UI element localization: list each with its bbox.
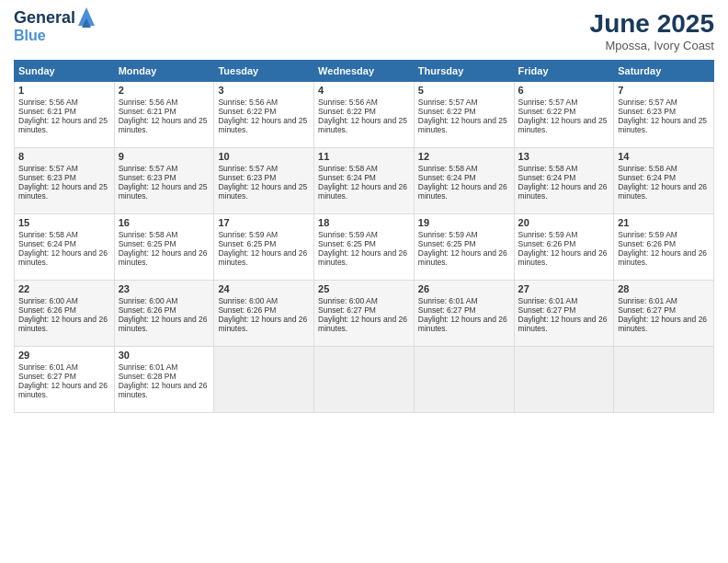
daylight-label: Daylight: 12 hours and 25 minutes. (119, 116, 208, 134)
col-friday: Friday (514, 61, 614, 82)
day-number: 6 (518, 85, 610, 96)
sunrise-text: Sunrise: 5:57 AM (618, 98, 677, 107)
table-row: 26Sunrise: 6:01 AMSunset: 6:27 PMDayligh… (414, 281, 514, 347)
sunrise-text: Sunrise: 5:56 AM (119, 98, 178, 107)
col-saturday: Saturday (614, 61, 714, 82)
daylight-label: Daylight: 12 hours and 26 minutes. (318, 182, 407, 201)
table-row: 24Sunrise: 6:00 AMSunset: 6:26 PMDayligh… (214, 281, 314, 347)
daylight-label: Daylight: 12 hours and 25 minutes. (18, 182, 108, 201)
sunset-text: Sunset: 6:25 PM (119, 239, 176, 248)
calendar-table: Sunday Monday Tuesday Wednesday Thursday… (14, 60, 714, 413)
month-title: June 2025 (590, 9, 714, 39)
col-monday: Monday (114, 61, 214, 82)
daylight-label: Daylight: 12 hours and 26 minutes. (18, 381, 108, 399)
table-row: 1Sunrise: 5:56 AMSunset: 6:21 PMDaylight… (15, 82, 115, 148)
daylight-label: Daylight: 12 hours and 25 minutes. (418, 116, 507, 134)
sunset-text: Sunset: 6:23 PM (618, 107, 676, 116)
daylight-label: Daylight: 12 hours and 26 minutes. (518, 248, 608, 267)
sunset-text: Sunset: 6:22 PM (318, 107, 376, 116)
day-number: 26 (418, 283, 510, 294)
sunset-text: Sunset: 6:23 PM (18, 173, 76, 182)
day-number: 19 (418, 217, 510, 228)
sunrise-text: Sunrise: 5:58 AM (518, 164, 578, 173)
day-number: 10 (218, 151, 310, 162)
daylight-label: Daylight: 12 hours and 26 minutes. (518, 315, 608, 333)
table-row (314, 347, 415, 413)
title-area: June 2025 Mpossa, Ivory Coast (590, 9, 714, 52)
daylight-label: Daylight: 12 hours and 25 minutes. (119, 182, 208, 201)
table-row: 14Sunrise: 5:58 AMSunset: 6:24 PMDayligh… (614, 148, 714, 214)
sunrise-text: Sunrise: 5:57 AM (119, 164, 178, 173)
logo-icon (78, 7, 95, 28)
sunrise-text: Sunrise: 5:57 AM (518, 98, 578, 107)
sunrise-text: Sunrise: 5:59 AM (518, 230, 578, 239)
table-row: 27Sunrise: 6:01 AMSunset: 6:27 PMDayligh… (514, 281, 614, 347)
table-row: 15Sunrise: 5:58 AMSunset: 6:24 PMDayligh… (15, 214, 115, 281)
table-row: 25Sunrise: 6:00 AMSunset: 6:27 PMDayligh… (314, 281, 415, 347)
day-number: 29 (18, 350, 110, 361)
table-row (214, 347, 314, 413)
daylight-label: Daylight: 12 hours and 25 minutes. (18, 116, 108, 134)
day-number: 18 (318, 217, 410, 228)
table-row (414, 347, 514, 413)
sunrise-text: Sunrise: 6:00 AM (218, 296, 278, 305)
table-row: 28Sunrise: 6:01 AMSunset: 6:27 PMDayligh… (614, 281, 714, 347)
calendar-body: 1Sunrise: 5:56 AMSunset: 6:21 PMDaylight… (15, 82, 714, 413)
daylight-label: Daylight: 12 hours and 26 minutes. (418, 315, 507, 333)
daylight-label: Daylight: 12 hours and 26 minutes. (218, 315, 307, 333)
daylight-label: Daylight: 12 hours and 25 minutes. (218, 116, 307, 134)
daylight-label: Daylight: 12 hours and 26 minutes. (18, 248, 108, 267)
day-number: 17 (218, 217, 310, 228)
sunset-text: Sunset: 6:25 PM (218, 239, 276, 248)
day-number: 27 (518, 283, 610, 294)
sunset-text: Sunset: 6:21 PM (119, 107, 176, 116)
sunset-text: Sunset: 6:22 PM (518, 107, 576, 116)
day-number: 25 (318, 283, 410, 294)
daylight-label: Daylight: 12 hours and 26 minutes. (418, 182, 507, 201)
sunset-text: Sunset: 6:24 PM (518, 173, 576, 182)
sunset-text: Sunset: 6:27 PM (318, 305, 376, 315)
table-row: 12Sunrise: 5:58 AMSunset: 6:24 PMDayligh… (414, 148, 514, 214)
table-row (614, 347, 714, 413)
day-number: 23 (119, 283, 210, 294)
sunrise-text: Sunrise: 5:59 AM (618, 230, 677, 239)
sunrise-text: Sunrise: 6:01 AM (18, 362, 78, 372)
daylight-label: Daylight: 12 hours and 26 minutes. (218, 248, 307, 267)
table-row: 8Sunrise: 5:57 AMSunset: 6:23 PMDaylight… (15, 148, 115, 214)
sunset-text: Sunset: 6:26 PM (518, 239, 576, 248)
table-row: 23Sunrise: 6:00 AMSunset: 6:26 PMDayligh… (114, 281, 214, 347)
day-number: 15 (18, 217, 110, 228)
table-row: 9Sunrise: 5:57 AMSunset: 6:23 PMDaylight… (114, 148, 214, 214)
daylight-label: Daylight: 12 hours and 25 minutes. (318, 116, 407, 134)
sunset-text: Sunset: 6:24 PM (418, 173, 476, 182)
sunset-text: Sunset: 6:25 PM (418, 239, 476, 248)
day-number: 7 (618, 85, 710, 96)
sunrise-text: Sunrise: 5:56 AM (218, 98, 278, 107)
col-sunday: Sunday (15, 61, 115, 82)
sunrise-text: Sunrise: 6:01 AM (618, 296, 677, 305)
daylight-label: Daylight: 12 hours and 25 minutes. (518, 116, 608, 134)
sunrise-text: Sunrise: 6:00 AM (318, 296, 378, 305)
table-row: 4Sunrise: 5:56 AMSunset: 6:22 PMDaylight… (314, 82, 415, 148)
table-row (514, 347, 614, 413)
day-number: 16 (119, 217, 210, 228)
daylight-label: Daylight: 12 hours and 26 minutes. (618, 315, 707, 333)
sunrise-text: Sunrise: 5:59 AM (218, 230, 278, 239)
sunset-text: Sunset: 6:24 PM (618, 173, 676, 182)
table-row: 10Sunrise: 5:57 AMSunset: 6:23 PMDayligh… (214, 148, 314, 214)
sunset-text: Sunset: 6:21 PM (18, 107, 76, 116)
day-number: 9 (119, 151, 210, 162)
calendar-week-4: 22Sunrise: 6:00 AMSunset: 6:26 PMDayligh… (15, 281, 714, 347)
calendar-week-3: 15Sunrise: 5:58 AMSunset: 6:24 PMDayligh… (15, 214, 714, 281)
sunrise-text: Sunrise: 5:59 AM (418, 230, 478, 239)
table-row: 18Sunrise: 5:59 AMSunset: 6:25 PMDayligh… (314, 214, 415, 281)
sunrise-text: Sunrise: 6:00 AM (18, 296, 78, 305)
calendar-week-1: 1Sunrise: 5:56 AMSunset: 6:21 PMDaylight… (15, 82, 714, 148)
sunrise-text: Sunrise: 6:01 AM (119, 362, 178, 372)
page: General Blue June 2025 Mpossa, Ivory Coa… (0, 0, 728, 563)
table-row: 17Sunrise: 5:59 AMSunset: 6:25 PMDayligh… (214, 214, 314, 281)
day-number: 5 (418, 85, 510, 96)
table-row: 29Sunrise: 6:01 AMSunset: 6:27 PMDayligh… (15, 347, 115, 413)
sunset-text: Sunset: 6:24 PM (18, 239, 76, 248)
table-row: 2Sunrise: 5:56 AMSunset: 6:21 PMDaylight… (114, 82, 214, 148)
